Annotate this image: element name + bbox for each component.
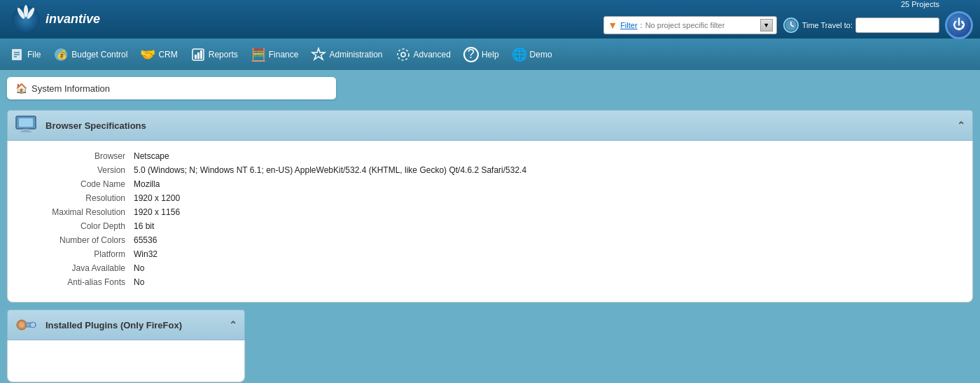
breadcrumb-text: System Information — [31, 83, 110, 94]
browser-panel-header: Browser Specifications ⌃ — [7, 110, 973, 141]
nav-label-finance: Finance — [269, 50, 299, 60]
nav-item-advanced[interactable]: Advanced — [390, 42, 456, 67]
filter-input[interactable] — [645, 21, 757, 29]
info-value: 5.0 (Windows; N; Windows NT 6.1; en-US) … — [134, 165, 526, 175]
help-icon: ? — [463, 47, 479, 62]
browser-info-table: BrowserNetscapeVersion5.0 (Windows; N; W… — [22, 151, 958, 287]
advanced-icon — [396, 47, 411, 62]
info-row: Version5.0 (Windows; N; Windows NT 6.1; … — [22, 165, 958, 175]
svg-point-2 — [24, 5, 28, 18]
info-value: 1920 x 1200 — [134, 193, 180, 203]
info-label: Number of Colors — [22, 235, 134, 245]
plugins-panel-header: Installed Plugins (Only FireFox) ⌃ — [7, 309, 245, 340]
nav-item-administration[interactable]: Administration — [305, 42, 388, 67]
logo-text: invantive — [46, 12, 100, 27]
plugins-panel: Installed Plugins (Only FireFox) ⌃ — [7, 309, 973, 382]
svg-point-20 — [398, 49, 409, 60]
nav-item-budget-control[interactable]: 💰 Budget Control — [48, 42, 133, 67]
reports-icon — [190, 47, 206, 62]
time-travel-icon — [783, 17, 799, 34]
info-value: Win32 — [134, 249, 158, 259]
browser-panel-collapse-btn[interactable]: ⌃ — [957, 120, 965, 131]
info-label: Maximal Resolution — [22, 207, 134, 217]
nav-label-crm: CRM — [158, 50, 177, 60]
svg-rect-17 — [200, 50, 202, 59]
plugins-panel-icon — [15, 314, 40, 335]
info-label: Java Available — [22, 263, 134, 273]
nav-label-reports: Reports — [209, 50, 238, 60]
filter-dropdown-button[interactable]: ▼ — [760, 19, 773, 32]
info-value: 65536 — [134, 235, 157, 245]
browser-panel-title: Browser Specifications — [46, 120, 146, 131]
logo: invantive — [7, 5, 100, 34]
power-button[interactable]: ⏻ — [945, 11, 973, 39]
nav-bar: File 💰 Budget Control 🤝 CRM Reports 🧮 Fi… — [0, 39, 980, 70]
crm-icon: 🤝 — [140, 47, 155, 62]
nav-label-administration: Administration — [329, 50, 382, 60]
nav-label-demo: Demo — [530, 50, 552, 60]
filter-funnel-icon: ▼ — [608, 20, 617, 31]
info-row: Java AvailableNo — [22, 263, 958, 273]
info-value: No — [134, 277, 144, 287]
time-travel-label: Time Travel to: — [802, 21, 853, 29]
nav-label-file: File — [27, 50, 41, 60]
info-row: Maximal Resolution1920 x 1156 — [22, 207, 958, 217]
breadcrumb-home-icon: 🏠 — [15, 83, 27, 94]
finance-icon: 🧮 — [251, 47, 266, 62]
file-icon — [9, 47, 24, 62]
nav-item-file[interactable]: File — [4, 42, 46, 67]
svg-point-26 — [19, 322, 24, 328]
info-label: Version — [22, 165, 134, 175]
info-value: 16 bit — [134, 221, 154, 231]
svg-rect-16 — [197, 53, 200, 59]
nav-item-finance[interactable]: 🧮 Finance — [245, 42, 304, 67]
time-travel-input[interactable] — [855, 18, 939, 33]
info-label: Code Name — [22, 179, 134, 189]
demo-icon: 🌐 — [512, 47, 527, 62]
browser-panel: Browser Specifications ⌃ BrowserNetscape… — [7, 110, 973, 302]
browser-panel-body: BrowserNetscapeVersion5.0 (Windows; N; W… — [7, 141, 973, 302]
projects-count-label: 25 Projects — [901, 0, 939, 8]
info-label: Browser — [22, 151, 134, 161]
nav-label-advanced: Advanced — [414, 50, 451, 60]
info-row: PlatformWin32 — [22, 249, 958, 259]
nav-item-demo[interactable]: 🌐 Demo — [506, 42, 558, 67]
svg-text:💰: 💰 — [57, 49, 67, 60]
nav-label-help: Help — [482, 50, 499, 60]
time-travel-section: Time Travel to: — [783, 17, 939, 34]
info-row: Code NameMozilla — [22, 179, 958, 189]
info-value: Netscape — [134, 151, 169, 161]
svg-marker-18 — [312, 48, 325, 60]
nav-item-help[interactable]: ? Help — [458, 42, 505, 67]
info-value: No — [134, 263, 144, 273]
info-label: Anti-alias Fonts — [22, 277, 134, 287]
info-row: BrowserNetscape — [22, 151, 958, 161]
budget-icon: 💰 — [53, 47, 69, 62]
info-row: Color Depth16 bit — [22, 221, 958, 231]
svg-rect-15 — [195, 55, 197, 59]
nav-item-crm[interactable]: 🤝 CRM — [134, 42, 183, 67]
info-row: Anti-alias FontsNo — [22, 277, 958, 287]
plugins-panel-collapse-btn[interactable]: ⌃ — [229, 319, 237, 330]
info-value: 1920 x 1156 — [134, 207, 180, 217]
info-label: Resolution — [22, 193, 134, 203]
filter-link[interactable]: Filter — [620, 21, 637, 29]
content-area: 🏠 System Information Browser Specificati… — [0, 70, 980, 383]
administration-icon — [311, 47, 326, 62]
svg-rect-23 — [23, 129, 29, 131]
filter-box: ▼ Filter : ▼ — [603, 16, 776, 34]
breadcrumb: 🏠 System Information — [7, 77, 336, 99]
browser-panel-icon — [15, 115, 40, 136]
svg-rect-22 — [19, 118, 33, 127]
plugins-panel-body — [7, 340, 245, 382]
nav-label-budget: Budget Control — [71, 50, 127, 60]
info-label: Platform — [22, 249, 134, 259]
svg-point-19 — [401, 53, 405, 57]
info-value: Mozilla — [134, 179, 160, 189]
info-row: Number of Colors65536 — [22, 235, 958, 245]
svg-point-28 — [30, 322, 36, 328]
info-label: Color Depth — [22, 221, 134, 231]
nav-item-reports[interactable]: Reports — [185, 42, 244, 67]
info-row: Resolution1920 x 1200 — [22, 193, 958, 203]
filter-colon: : — [640, 21, 643, 29]
